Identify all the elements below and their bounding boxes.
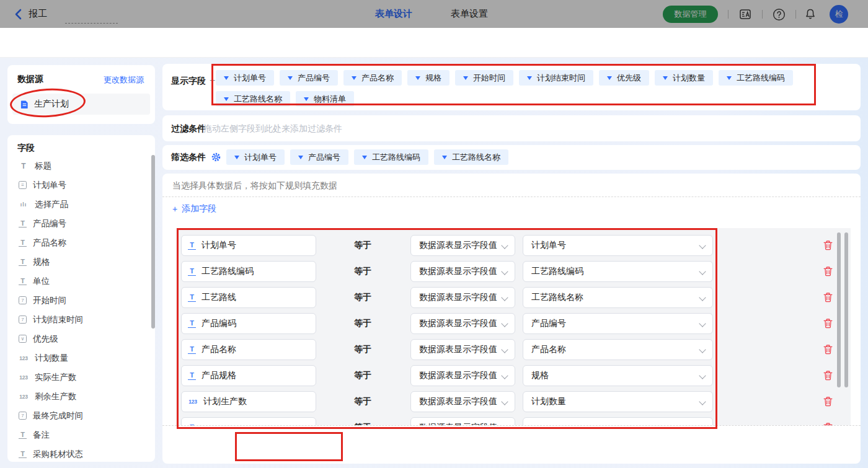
delete-trash-icon[interactable]: [823, 240, 833, 251]
field-item[interactable]: 123 实际生产数: [14, 368, 151, 387]
field-item[interactable]: T 备注: [14, 425, 151, 444]
rule-value-select[interactable]: [523, 417, 713, 425]
rule-source-select[interactable]: 数据源表显示字段值: [410, 287, 515, 308]
modal-body: 数据源 更改数据源 生产计划 字段 T 标题 ≡ 计划单号 ılı 选择产品 T…: [0, 58, 868, 468]
filter-label: 过滤条件: [171, 123, 206, 135]
rule-value-select[interactable]: 计划单号: [523, 235, 713, 256]
display-field-tag[interactable]: 计划单号: [216, 70, 274, 86]
rule-value-select[interactable]: 计划数量: [523, 391, 713, 412]
rule-value-select[interactable]: 规格: [523, 365, 713, 386]
rule-value-select[interactable]: 产品名称: [523, 339, 713, 360]
field-item[interactable]: 7 最终完成时间: [14, 406, 151, 425]
display-field-tag[interactable]: 产品编号: [280, 70, 338, 86]
text-icon: T: [188, 294, 196, 302]
field-item[interactable]: ≡ 计划单号: [14, 175, 151, 195]
filter-dropzone-placeholder[interactable]: 拖动左侧字段到此处来添加过滤条件: [203, 123, 342, 135]
display-field-tag[interactable]: 工艺路线名称: [216, 91, 290, 107]
settings-gear-icon[interactable]: [211, 152, 221, 162]
field-item[interactable]: 7 开始时间: [14, 291, 151, 310]
rule-field-input[interactable]: T 计划单号: [181, 235, 316, 256]
dropdown-caret-icon: [352, 76, 356, 80]
back-icon[interactable]: [12, 8, 25, 20]
field-item[interactable]: 123 计划数量: [14, 348, 151, 368]
chevron-down-icon: [501, 320, 508, 327]
datasource-item[interactable]: 生产计划: [12, 94, 150, 115]
tab-form-settings[interactable]: 表单设置: [451, 8, 488, 20]
rule-source-select[interactable]: 数据源表显示字段值: [410, 339, 515, 360]
display-field-tag[interactable]: 计划数量: [655, 70, 713, 86]
field-item[interactable]: T 标题: [14, 156, 151, 175]
rule-source-select[interactable]: 数据源表显示字段值: [410, 313, 515, 334]
rule-row: T 产品名称 等于 数据源表显示字段值 产品名称: [176, 339, 851, 360]
text-icon: T: [19, 239, 27, 247]
dropdown-caret-icon: [362, 156, 367, 159]
dropdown-caret-icon: [663, 76, 668, 80]
document-icon: [20, 100, 29, 109]
rule-source-select[interactable]: 数据源表显示字段值: [410, 417, 515, 425]
rule-field-input[interactable]: T 产品规格: [181, 365, 316, 386]
rule-source-select[interactable]: 数据源表显示字段值: [410, 235, 515, 256]
translate-icon[interactable]: [738, 7, 752, 21]
delete-trash-icon[interactable]: [823, 292, 833, 303]
rule-source-select[interactable]: 数据源表显示字段值: [410, 391, 515, 412]
delete-trash-icon[interactable]: [823, 396, 833, 407]
delete-trash-icon[interactable]: [823, 344, 833, 355]
display-field-tag[interactable]: 物料清单: [296, 91, 354, 107]
tab-form-design[interactable]: 表单设计: [375, 8, 412, 20]
rules-scrollbar[interactable]: [837, 232, 841, 387]
change-datasource-link[interactable]: 更改数据源: [104, 74, 144, 86]
field-item[interactable]: T 产品名称: [14, 233, 151, 252]
text-icon: T: [19, 219, 27, 227]
notifications-bell-icon[interactable]: [804, 7, 817, 21]
help-icon[interactable]: [772, 7, 786, 21]
rule-operator: 等于: [354, 370, 371, 381]
delete-trash-icon[interactable]: [823, 266, 833, 277]
delete-trash-icon[interactable]: [823, 318, 833, 329]
rule-row: 123 计划生产数 等于 数据源表显示字段值 计划数量: [176, 391, 851, 412]
field-item[interactable]: 7 计划结束时间: [14, 310, 151, 329]
screening-tag[interactable]: 工艺路线编码: [354, 149, 428, 165]
rule-field-input[interactable]: T 产品名称: [181, 339, 316, 360]
chevron-down-icon: [501, 268, 508, 275]
add-field-button[interactable]: + 添加字段: [172, 203, 216, 214]
rule-field-input[interactable]: T 工艺路线编码: [181, 261, 316, 282]
data-manage-button[interactable]: 数据管理: [663, 6, 718, 23]
field-item[interactable]: T 产品编号: [14, 214, 151, 233]
rule-source-select[interactable]: 数据源表显示字段值: [410, 365, 515, 386]
display-field-tag[interactable]: 产品名称: [343, 70, 402, 86]
field-item[interactable]: 123 剩余生产数: [14, 387, 151, 406]
fields-scrollbar[interactable]: [151, 155, 155, 329]
field-item[interactable]: ∨ 优先级: [14, 329, 151, 348]
rule-field-input[interactable]: T: [181, 417, 316, 425]
delete-trash-icon[interactable]: [823, 370, 833, 381]
rule-value-select[interactable]: 工艺路线编码: [523, 261, 713, 282]
fields-title: 字段: [17, 143, 35, 154]
screening-tag[interactable]: 产品编号: [290, 149, 348, 165]
display-field-tag[interactable]: 优先级: [599, 70, 649, 86]
display-field-tag[interactable]: 开始时间: [455, 70, 513, 86]
dropdown-caret-icon: [415, 76, 420, 80]
field-item[interactable]: T 采购耗材状态: [14, 444, 151, 464]
rules-inner-scrollbar[interactable]: [844, 232, 848, 387]
screening-tag[interactable]: 工艺路线名称: [434, 149, 508, 165]
rule-operator: 等于: [354, 240, 371, 251]
dropdown-caret-icon: [224, 97, 229, 101]
rule-field-input[interactable]: T 产品编码: [181, 313, 316, 334]
dropdown-caret-icon: [234, 156, 239, 159]
avatar[interactable]: 检: [830, 5, 848, 24]
add-display-field-button[interactable]: +: [210, 75, 215, 86]
rule-source-select[interactable]: 数据源表显示字段值: [410, 261, 515, 282]
field-item[interactable]: T 单位: [14, 272, 151, 291]
rule-value-select[interactable]: 工艺路线名称: [523, 287, 713, 308]
display-field-tag[interactable]: 计划结束时间: [519, 70, 593, 86]
display-field-tag[interactable]: 规格: [407, 70, 450, 86]
rule-field-input[interactable]: 123 计划生产数: [181, 391, 316, 412]
screening-tag[interactable]: 计划单号: [226, 149, 285, 165]
rule-field-input[interactable]: T 工艺路线: [181, 287, 316, 308]
field-item[interactable]: T 规格: [14, 252, 151, 272]
form-name-underline[interactable]: [65, 23, 118, 24]
rule-value-select[interactable]: 产品编号: [523, 313, 713, 334]
app-title: 报工: [29, 8, 47, 20]
display-field-tag[interactable]: 工艺路线编码: [719, 70, 793, 86]
field-item[interactable]: ılı 选择产品: [14, 195, 151, 214]
